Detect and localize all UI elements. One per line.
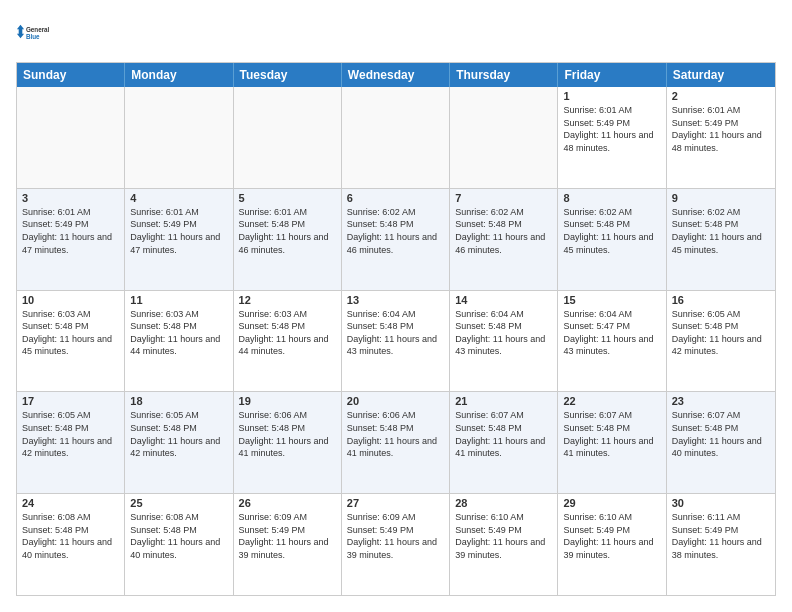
- day-info: Sunrise: 6:11 AM Sunset: 5:49 PM Dayligh…: [672, 511, 770, 561]
- day-info: Sunrise: 6:04 AM Sunset: 5:48 PM Dayligh…: [347, 308, 444, 358]
- day-info: Sunrise: 6:04 AM Sunset: 5:47 PM Dayligh…: [563, 308, 660, 358]
- calendar-cell-16: 16Sunrise: 6:05 AM Sunset: 5:48 PM Dayli…: [667, 291, 775, 392]
- day-info: Sunrise: 6:05 AM Sunset: 5:48 PM Dayligh…: [130, 409, 227, 459]
- logo: GeneralBlue: [16, 16, 52, 52]
- day-number: 19: [239, 395, 336, 407]
- header-day-monday: Monday: [125, 63, 233, 87]
- day-number: 22: [563, 395, 660, 407]
- day-info: Sunrise: 6:08 AM Sunset: 5:48 PM Dayligh…: [22, 511, 119, 561]
- calendar-cell-empty: [450, 87, 558, 188]
- day-info: Sunrise: 6:07 AM Sunset: 5:48 PM Dayligh…: [563, 409, 660, 459]
- day-number: 6: [347, 192, 444, 204]
- day-info: Sunrise: 6:06 AM Sunset: 5:48 PM Dayligh…: [239, 409, 336, 459]
- day-number: 4: [130, 192, 227, 204]
- day-info: Sunrise: 6:03 AM Sunset: 5:48 PM Dayligh…: [22, 308, 119, 358]
- calendar-row-2: 10Sunrise: 6:03 AM Sunset: 5:48 PM Dayli…: [17, 290, 775, 392]
- calendar-cell-29: 29Sunrise: 6:10 AM Sunset: 5:49 PM Dayli…: [558, 494, 666, 595]
- calendar-cell-4: 4Sunrise: 6:01 AM Sunset: 5:49 PM Daylig…: [125, 189, 233, 290]
- calendar-cell-15: 15Sunrise: 6:04 AM Sunset: 5:47 PM Dayli…: [558, 291, 666, 392]
- calendar-cell-empty: [234, 87, 342, 188]
- calendar-cell-26: 26Sunrise: 6:09 AM Sunset: 5:49 PM Dayli…: [234, 494, 342, 595]
- day-info: Sunrise: 6:02 AM Sunset: 5:48 PM Dayligh…: [455, 206, 552, 256]
- header-day-sunday: Sunday: [17, 63, 125, 87]
- calendar-cell-6: 6Sunrise: 6:02 AM Sunset: 5:48 PM Daylig…: [342, 189, 450, 290]
- page: GeneralBlue SundayMondayTuesdayWednesday…: [0, 0, 792, 612]
- day-number: 20: [347, 395, 444, 407]
- day-number: 16: [672, 294, 770, 306]
- day-info: Sunrise: 6:05 AM Sunset: 5:48 PM Dayligh…: [672, 308, 770, 358]
- day-number: 23: [672, 395, 770, 407]
- day-number: 28: [455, 497, 552, 509]
- day-info: Sunrise: 6:10 AM Sunset: 5:49 PM Dayligh…: [563, 511, 660, 561]
- calendar-cell-2: 2Sunrise: 6:01 AM Sunset: 5:49 PM Daylig…: [667, 87, 775, 188]
- header-day-thursday: Thursday: [450, 63, 558, 87]
- calendar-header: SundayMondayTuesdayWednesdayThursdayFrid…: [17, 63, 775, 87]
- calendar: SundayMondayTuesdayWednesdayThursdayFrid…: [16, 62, 776, 596]
- day-number: 5: [239, 192, 336, 204]
- header-day-wednesday: Wednesday: [342, 63, 450, 87]
- day-info: Sunrise: 6:01 AM Sunset: 5:49 PM Dayligh…: [130, 206, 227, 256]
- day-info: Sunrise: 6:01 AM Sunset: 5:49 PM Dayligh…: [672, 104, 770, 154]
- calendar-row-3: 17Sunrise: 6:05 AM Sunset: 5:48 PM Dayli…: [17, 391, 775, 493]
- day-number: 10: [22, 294, 119, 306]
- header: GeneralBlue: [16, 16, 776, 52]
- calendar-cell-28: 28Sunrise: 6:10 AM Sunset: 5:49 PM Dayli…: [450, 494, 558, 595]
- day-number: 18: [130, 395, 227, 407]
- calendar-body: 1Sunrise: 6:01 AM Sunset: 5:49 PM Daylig…: [17, 87, 775, 595]
- calendar-cell-7: 7Sunrise: 6:02 AM Sunset: 5:48 PM Daylig…: [450, 189, 558, 290]
- svg-marker-2: [17, 25, 24, 39]
- day-info: Sunrise: 6:03 AM Sunset: 5:48 PM Dayligh…: [239, 308, 336, 358]
- day-number: 21: [455, 395, 552, 407]
- header-day-saturday: Saturday: [667, 63, 775, 87]
- day-info: Sunrise: 6:06 AM Sunset: 5:48 PM Dayligh…: [347, 409, 444, 459]
- calendar-cell-empty: [125, 87, 233, 188]
- day-info: Sunrise: 6:07 AM Sunset: 5:48 PM Dayligh…: [672, 409, 770, 459]
- calendar-cell-18: 18Sunrise: 6:05 AM Sunset: 5:48 PM Dayli…: [125, 392, 233, 493]
- calendar-cell-9: 9Sunrise: 6:02 AM Sunset: 5:48 PM Daylig…: [667, 189, 775, 290]
- day-number: 12: [239, 294, 336, 306]
- calendar-cell-empty: [17, 87, 125, 188]
- logo-icon: GeneralBlue: [16, 16, 52, 52]
- calendar-cell-21: 21Sunrise: 6:07 AM Sunset: 5:48 PM Dayli…: [450, 392, 558, 493]
- day-info: Sunrise: 6:01 AM Sunset: 5:48 PM Dayligh…: [239, 206, 336, 256]
- calendar-cell-1: 1Sunrise: 6:01 AM Sunset: 5:49 PM Daylig…: [558, 87, 666, 188]
- day-number: 26: [239, 497, 336, 509]
- day-info: Sunrise: 6:02 AM Sunset: 5:48 PM Dayligh…: [672, 206, 770, 256]
- svg-text:Blue: Blue: [26, 33, 40, 40]
- calendar-cell-10: 10Sunrise: 6:03 AM Sunset: 5:48 PM Dayli…: [17, 291, 125, 392]
- calendar-cell-empty: [342, 87, 450, 188]
- calendar-row-1: 3Sunrise: 6:01 AM Sunset: 5:49 PM Daylig…: [17, 188, 775, 290]
- calendar-cell-27: 27Sunrise: 6:09 AM Sunset: 5:49 PM Dayli…: [342, 494, 450, 595]
- day-info: Sunrise: 6:02 AM Sunset: 5:48 PM Dayligh…: [563, 206, 660, 256]
- day-info: Sunrise: 6:07 AM Sunset: 5:48 PM Dayligh…: [455, 409, 552, 459]
- day-info: Sunrise: 6:01 AM Sunset: 5:49 PM Dayligh…: [563, 104, 660, 154]
- calendar-row-4: 24Sunrise: 6:08 AM Sunset: 5:48 PM Dayli…: [17, 493, 775, 595]
- day-number: 14: [455, 294, 552, 306]
- day-info: Sunrise: 6:09 AM Sunset: 5:49 PM Dayligh…: [239, 511, 336, 561]
- header-day-friday: Friday: [558, 63, 666, 87]
- day-number: 25: [130, 497, 227, 509]
- calendar-row-0: 1Sunrise: 6:01 AM Sunset: 5:49 PM Daylig…: [17, 87, 775, 188]
- day-number: 8: [563, 192, 660, 204]
- calendar-cell-3: 3Sunrise: 6:01 AM Sunset: 5:49 PM Daylig…: [17, 189, 125, 290]
- day-info: Sunrise: 6:09 AM Sunset: 5:49 PM Dayligh…: [347, 511, 444, 561]
- day-number: 2: [672, 90, 770, 102]
- day-number: 30: [672, 497, 770, 509]
- calendar-cell-5: 5Sunrise: 6:01 AM Sunset: 5:48 PM Daylig…: [234, 189, 342, 290]
- header-day-tuesday: Tuesday: [234, 63, 342, 87]
- calendar-cell-20: 20Sunrise: 6:06 AM Sunset: 5:48 PM Dayli…: [342, 392, 450, 493]
- day-info: Sunrise: 6:04 AM Sunset: 5:48 PM Dayligh…: [455, 308, 552, 358]
- day-number: 27: [347, 497, 444, 509]
- calendar-cell-30: 30Sunrise: 6:11 AM Sunset: 5:49 PM Dayli…: [667, 494, 775, 595]
- day-number: 15: [563, 294, 660, 306]
- calendar-cell-17: 17Sunrise: 6:05 AM Sunset: 5:48 PM Dayli…: [17, 392, 125, 493]
- calendar-cell-22: 22Sunrise: 6:07 AM Sunset: 5:48 PM Dayli…: [558, 392, 666, 493]
- calendar-cell-19: 19Sunrise: 6:06 AM Sunset: 5:48 PM Dayli…: [234, 392, 342, 493]
- day-info: Sunrise: 6:03 AM Sunset: 5:48 PM Dayligh…: [130, 308, 227, 358]
- svg-text:General: General: [26, 26, 50, 33]
- day-info: Sunrise: 6:05 AM Sunset: 5:48 PM Dayligh…: [22, 409, 119, 459]
- day-info: Sunrise: 6:01 AM Sunset: 5:49 PM Dayligh…: [22, 206, 119, 256]
- day-number: 24: [22, 497, 119, 509]
- day-number: 17: [22, 395, 119, 407]
- calendar-cell-8: 8Sunrise: 6:02 AM Sunset: 5:48 PM Daylig…: [558, 189, 666, 290]
